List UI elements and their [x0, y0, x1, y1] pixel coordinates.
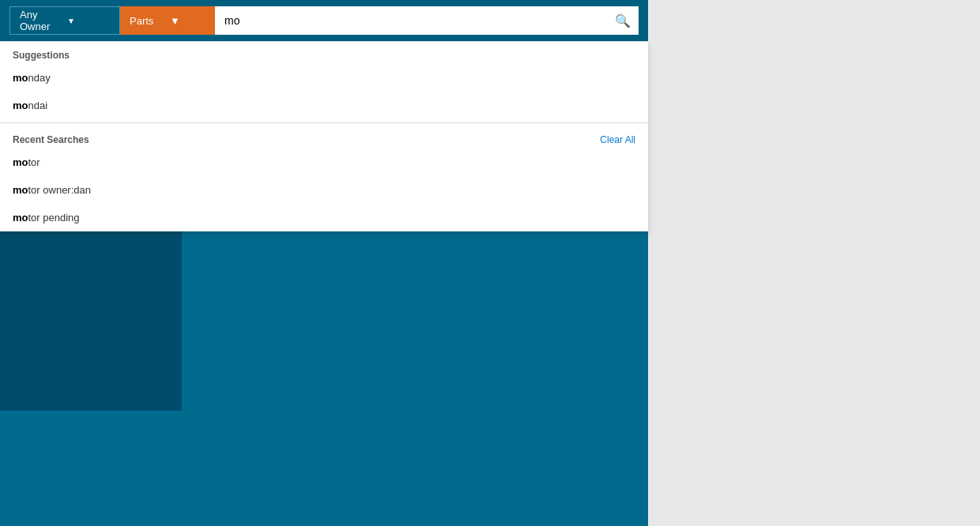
suggestions-panel: Suggestions monday mondai Recent Searche…	[0, 41, 648, 231]
parts-label: Parts	[130, 15, 165, 27]
divider	[0, 122, 648, 123]
search-input[interactable]	[215, 6, 639, 35]
search-icon[interactable]: 🔍	[615, 13, 631, 28]
recent-header-row: Recent Searches Clear All	[0, 126, 648, 148]
parts-chevron-icon: ▼	[170, 15, 205, 27]
recent-highlight-2: mo	[13, 184, 28, 196]
parts-dropdown[interactable]: Parts ▼	[120, 6, 215, 35]
recent-highlight-3: mo	[13, 212, 28, 224]
suggestion-highlight-2: mo	[13, 100, 28, 111]
toolbar: Any Owner ▼ Parts ▼ 🔍	[0, 0, 648, 41]
recent-motor[interactable]: motor	[0, 148, 648, 176]
suggestions-header: Suggestions	[0, 42, 648, 64]
search-container: 🔍	[215, 6, 639, 35]
suggestion-mondai[interactable]: mondai	[0, 92, 648, 119]
recent-highlight-1: mo	[13, 156, 28, 168]
left-panel: Any Owner ▼ Parts ▼ 🔍 Suggestions monday…	[0, 0, 648, 526]
recent-motor-pending[interactable]: motor pending	[0, 204, 648, 231]
owner-dropdown[interactable]: Any Owner ▼	[9, 6, 120, 35]
suggestion-highlight: mo	[13, 72, 28, 84]
clear-all-button[interactable]: Clear All	[600, 134, 635, 145]
owner-label: Any Owner	[20, 9, 62, 32]
recent-motor-owner-dan[interactable]: motor owner:dan	[0, 176, 648, 204]
recent-searches-header: Recent Searches	[13, 134, 89, 145]
suggestion-monday[interactable]: monday	[0, 64, 648, 92]
owner-chevron-icon: ▼	[67, 17, 110, 25]
